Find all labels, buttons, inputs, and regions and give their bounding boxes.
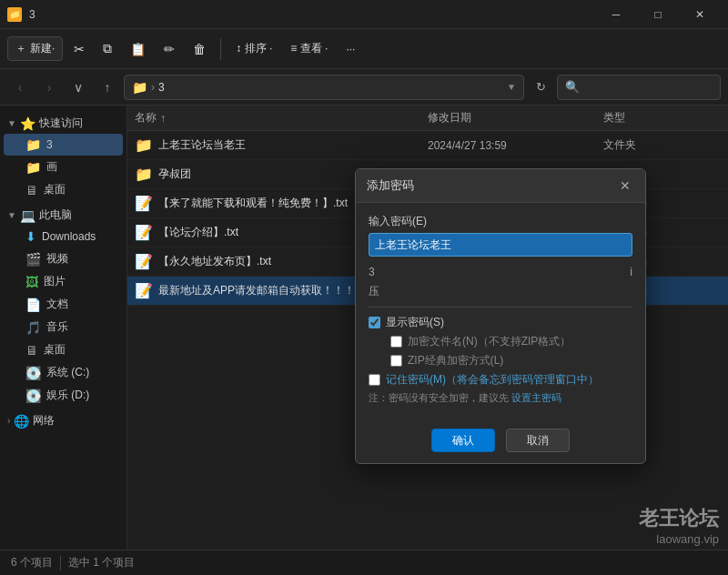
remember-password-checkbox[interactable] [369,374,380,386]
password-label: 输入密码(E) [369,214,632,229]
encrypt-filename-label[interactable]: 加密文件名(N)（不支持ZIP格式） [408,334,571,349]
show-password-row: 显示密码(S) [369,315,632,330]
dialog-title: 添加密码 [367,177,414,194]
dialog-row2: 压 [369,284,632,299]
confirm-button[interactable]: 确认 [431,429,495,452]
zip-encrypt-label[interactable]: ZIP经典加密方式(L) [408,353,503,368]
remember-password-row: 记住密码(M)（将会备忘到密码管理窗口中） [369,372,632,388]
show-password-checkbox[interactable] [369,317,380,328]
password-input[interactable] [369,233,632,257]
dialog-close-button[interactable]: ✕ [616,177,634,195]
show-password-label[interactable]: 显示密码(S) [386,315,444,330]
dialog-separator [369,307,632,308]
zip-encrypt-checkbox[interactable] [390,355,402,367]
encrypt-filename-checkbox[interactable] [390,336,402,348]
encrypt-filename-row: 加密文件名(N)（不支持ZIP格式） [390,334,632,349]
password-input-wrap [369,233,632,257]
cancel-button[interactable]: 取消 [506,429,570,452]
dialog-info-row: 3 i [369,266,632,278]
zip-encrypt-row: ZIP经典加密方式(L) [390,353,632,368]
dialog-overlay: 添加密码 ✕ 输入密码(E) 3 i 压 显示密码(S) 加密文件名(N)（不支… [0,0,728,575]
dialog-footer: 确认 取消 [356,419,645,463]
remember-password-label[interactable]: 记住密码(M)（将会备忘到密码管理窗口中） [386,372,599,388]
dialog-title-bar: 添加密码 ✕ [356,169,645,203]
note-text: 注：密码没有安全加密，建议先 [369,392,509,403]
dialog-row1-suffix: i [630,266,632,278]
dialog-body: 输入密码(E) 3 i 压 显示密码(S) 加密文件名(N)（不支持ZIP格式） [356,203,645,419]
dialog-note: 注：密码没有安全加密，建议先 设置主密码 [369,391,632,405]
note-link[interactable]: 设置主密码 [511,392,561,403]
dialog-row1-label: 3 [369,266,375,278]
add-password-dialog: 添加密码 ✕ 输入密码(E) 3 i 压 显示密码(S) 加密文件名(N)（不支… [355,168,646,464]
dialog-row2-label: 压 [369,284,379,299]
